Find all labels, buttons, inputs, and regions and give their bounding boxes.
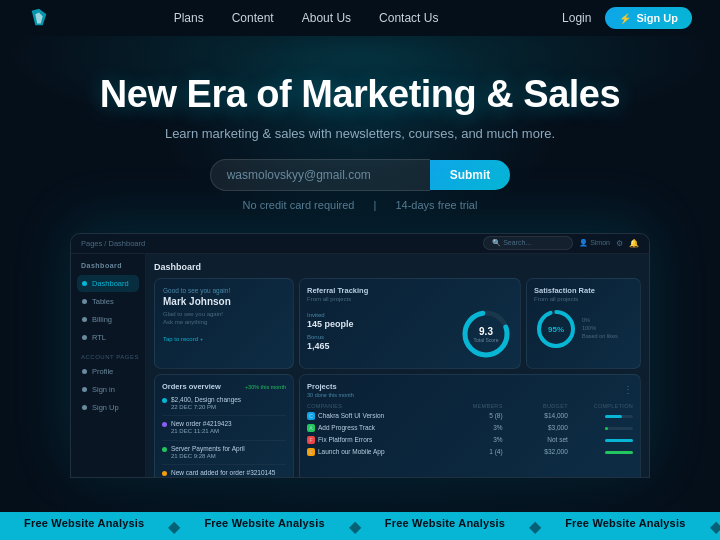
hero-form: Submit	[20, 159, 700, 191]
db-orders-title: Orders overview	[162, 382, 221, 391]
order-dot-0	[162, 398, 167, 403]
proj-row-3: L Launch our Mobile App 1 (4) $32,000	[307, 448, 633, 456]
db-orders-stat: +30% this month	[245, 384, 286, 390]
db-satis-ring: 95%	[534, 307, 578, 351]
order-text-2: Server Payments for April 21 DEC 9:28 AM	[171, 445, 245, 460]
order-dot-3	[162, 471, 167, 476]
db-welcome-btn[interactable]: Tap to record +	[163, 336, 203, 342]
proj-icon-0: C	[307, 412, 315, 420]
sidebar-dot	[82, 281, 87, 286]
order-dot-2	[162, 447, 167, 452]
db-gauge-value: 9.3 Total Score	[473, 325, 498, 342]
nav-item-plans[interactable]: Plans	[174, 11, 204, 25]
ticker-bar: Free Website Analysis ◆ Free Website Ana…	[0, 512, 720, 540]
db-main: Dashboard Good to see you again! Mark Jo…	[146, 254, 649, 477]
dashboard-preview: Pages / Dashboard 🔍 Search... 👤 Simon ⚙ …	[70, 233, 650, 478]
ticker-item-3: Free Website Analysis	[361, 517, 529, 536]
order-dot-1	[162, 422, 167, 427]
db-proj-table-header: COMPANIES MEMBERS BUDGET COMPLETION	[307, 403, 633, 409]
nav-links: Plans Content About Us Contact Us	[174, 11, 439, 25]
db-satis-labels: 0% 100% Based on likes	[582, 317, 618, 341]
proj-icon-1: A	[307, 424, 315, 432]
ticker-sep-1: ◆	[168, 517, 180, 536]
db-satis-body: 95% 0% 100% Based on likes	[534, 307, 633, 351]
proj-row-0: C Chakra Soft UI Version 5 (8) $14,000	[307, 412, 633, 420]
sidebar-dot	[82, 387, 87, 392]
db-user-icon: 👤 Simon	[579, 239, 610, 247]
sidebar-item-billing[interactable]: Billing	[77, 311, 139, 328]
db-satis-title: Satisfaction Rate	[534, 286, 633, 295]
db-bonus-label: Bonus	[307, 334, 453, 340]
db-referral-body: Invited 145 people Bonus 1,465	[307, 307, 513, 361]
order-text-3: New card added for order #3210145 20 DEC…	[171, 469, 275, 477]
nav-item-contact[interactable]: Contact Us	[379, 11, 438, 25]
sidebar-item-signup[interactable]: Sign Up	[77, 399, 139, 416]
db-welcome-card: Good to see you again! Mark Johnson Glad…	[154, 278, 294, 369]
sidebar-dot	[82, 405, 87, 410]
db-orders-header: Orders overview +30% this month	[162, 382, 286, 392]
db-bonus-row: Bonus 1,465	[307, 334, 453, 351]
proj-progress-1	[605, 427, 633, 430]
db-gauge: 9.3 Total Score	[459, 307, 513, 361]
proj-icon-2: F	[307, 436, 315, 444]
sidebar-item-signin[interactable]: Sign in	[77, 381, 139, 398]
hero-subheadline: Learn marketing & sales with newsletters…	[20, 126, 700, 141]
db-main-title: Dashboard	[154, 262, 641, 272]
db-search[interactable]: 🔍 Search...	[483, 236, 573, 250]
db-satisfaction-card: Satisfaction Rate From all projects 95%	[526, 278, 641, 369]
hero-section: New Era of Marketing & Sales Learn marke…	[0, 36, 720, 229]
db-proj-title: Projects	[307, 382, 354, 391]
nav-item-about[interactable]: About Us	[302, 11, 351, 25]
db-body: Dashboard Dashboard Tables Billing RTL	[71, 254, 649, 477]
db-bonus-value: 1,465	[307, 341, 453, 351]
order-item-1: New order #4219423 21 DEC 11:21 AM	[162, 420, 286, 440]
logo[interactable]	[28, 7, 50, 29]
db-proj-header: Projects 30 done this month ⋮	[307, 382, 633, 398]
order-item-2: Server Payments for April 21 DEC 9:28 AM	[162, 445, 286, 465]
db-referral-stats: Invited 145 people Bonus 1,465	[307, 312, 453, 356]
submit-button[interactable]: Submit	[430, 160, 511, 190]
ticker-sep-4: ◆	[710, 517, 721, 536]
login-button[interactable]: Login	[562, 11, 591, 25]
sidebar-item-profile[interactable]: Profile	[77, 363, 139, 380]
order-item-0: $2,400, Design changes 22 DEC 7:20 PM	[162, 396, 286, 416]
order-item-3: New card added for order #3210145 20 DEC…	[162, 469, 286, 477]
db-referral-sub: From all projects	[307, 296, 513, 302]
hero-note: No credit card required | 14-days free t…	[20, 199, 700, 211]
ticker-item-4: Free Website Analysis	[541, 517, 709, 536]
nav-item-content[interactable]: Content	[232, 11, 274, 25]
db-proj-menu-icon[interactable]: ⋮	[623, 384, 633, 395]
db-cards-row-bottom: Orders overview +30% this month $2,400, …	[154, 374, 641, 477]
sidebar-item-dashboard[interactable]: Dashboard	[77, 275, 139, 292]
db-cards-row-top: Good to see you again! Mark Johnson Glad…	[154, 278, 641, 369]
proj-icon-3: L	[307, 448, 315, 456]
sidebar-dot	[82, 335, 87, 340]
db-satis-pct: 95%	[548, 324, 564, 333]
db-invited-row: Invited 145 people	[307, 312, 453, 329]
order-text-1: New order #4219423 21 DEC 11:21 AM	[171, 420, 232, 435]
db-sidebar: Dashboard Dashboard Tables Billing RTL	[71, 254, 146, 477]
db-referral-card: Referral Tracking From all projects Invi…	[299, 278, 521, 369]
db-invited-value: 145 people	[307, 319, 453, 329]
db-welcome-sub1: Glad to see you again!	[163, 310, 285, 318]
db-welcome-name: Mark Johnson	[163, 296, 285, 307]
sidebar-item-tables[interactable]: Tables	[77, 293, 139, 310]
sidebar-item-rtl[interactable]: RTL	[77, 329, 139, 346]
sidebar-dot	[82, 299, 87, 304]
ticker-item-1: Free Website Analysis	[0, 517, 168, 536]
proj-row-2: F Fix Platform Errors 3% Not set	[307, 436, 633, 444]
db-sidebar-title: Dashboard	[77, 262, 139, 269]
sidebar-account-section: ACCOUNT PAGES	[81, 354, 139, 360]
db-breadcrumb: Pages / Dashboard	[81, 239, 477, 248]
db-notification-icon: 🔔	[629, 239, 639, 248]
navbar: Plans Content About Us Contact Us Login …	[0, 0, 720, 36]
hero-headline: New Era of Marketing & Sales	[20, 74, 700, 116]
email-input[interactable]	[210, 159, 430, 191]
ticker-inner: Free Website Analysis ◆ Free Website Ana…	[0, 517, 720, 536]
signup-button[interactable]: Sign Up	[605, 7, 692, 29]
db-projects-card: Projects 30 done this month ⋮ COMPANIES …	[299, 374, 641, 477]
nav-actions: Login Sign Up	[562, 7, 692, 29]
sidebar-dot	[82, 317, 87, 322]
db-topbar: Pages / Dashboard 🔍 Search... 👤 Simon ⚙ …	[71, 234, 649, 254]
ticker-item-2: Free Website Analysis	[180, 517, 348, 536]
